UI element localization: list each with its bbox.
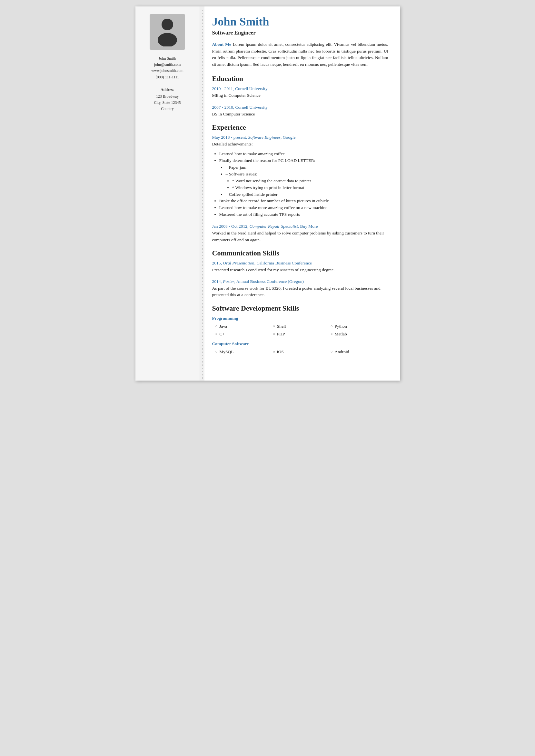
skills-category-software: Computer Software <box>212 341 388 347</box>
contact-name: John Smith <box>159 56 176 61</box>
comm-body-1: Presented research I conducted for my Ma… <box>212 267 388 273</box>
education-item-1: 2010 - 2011, Cornell University MEng in … <box>212 86 388 99</box>
contact-phone: (000) 111-1111 <box>156 75 179 79</box>
experience-item-1: May 2013 - present, Software Engineer, G… <box>212 135 388 218</box>
exp-intro-1: Detailed achievements: <box>212 141 388 147</box>
sub-sub-item: Windows trying to print in letter format <box>232 184 388 191</box>
about-me-label: About Me <box>212 42 231 47</box>
skill-mysql: MySQL <box>215 348 273 356</box>
edu-period-1: 2010 - 2011, Cornell University <box>212 86 388 91</box>
address-line1: 123 Broadway <box>156 94 179 99</box>
exp-header-2: Jan 2008 - Oct 2012, Computer Repair Spe… <box>212 224 388 229</box>
skills-grid-programming: Java Shell Python C++ PHP Matlab <box>215 322 388 338</box>
sub-sub-item: Word not sending the correct data to pri… <box>232 178 388 184</box>
avatar <box>150 14 185 50</box>
skill-ios: iOS <box>273 348 330 356</box>
sub-item: Coffee spilled inside printer <box>226 191 388 198</box>
skills-section: Software Development Skills Programming … <box>212 304 388 356</box>
skill-php: PHP <box>273 330 330 338</box>
bullet-item: Mastered the art of filing accurate TPS … <box>219 211 388 218</box>
comm-item-1: 2015, Oral Presentation, California Busi… <box>212 261 388 273</box>
sub-list: Paper jam Software issues: Word not send… <box>226 164 388 198</box>
comm-header-1: 2015, Oral Presentation, California Busi… <box>212 261 388 266</box>
main-content: John Smith Software Engineer About Me Lo… <box>205 7 400 380</box>
sub-item: Software issues: Word not sending the co… <box>226 171 388 191</box>
svg-point-0 <box>161 19 173 30</box>
skill-shell: Shell <box>273 322 330 330</box>
person-title: Software Engineer <box>212 30 388 36</box>
comm-header-2: 2014, Poster, Annual Business Conference… <box>212 279 388 284</box>
address-line3: Country <box>161 106 174 111</box>
exp-header-1: May 2013 - present, Software Engineer, G… <box>212 135 388 140</box>
address-label: Address <box>154 87 181 93</box>
exp-bullets-1: Learned how to make amazing coffee Final… <box>219 151 388 218</box>
sidebar: John Smith john@smith.com www.johnsmith.… <box>135 7 200 380</box>
person-icon <box>155 17 180 46</box>
about-me-text: Lorem ipsum dolor sit amet, consectetur … <box>212 42 388 67</box>
skill-cpp: C++ <box>215 330 273 338</box>
sub-sub-list: Word not sending the correct data to pri… <box>232 178 388 191</box>
dotted-line <box>202 10 203 380</box>
communication-section: Communication Skills 2015, Oral Presenta… <box>212 249 388 298</box>
education-section: Education 2010 - 2011, Cornell Universit… <box>212 74 388 117</box>
skills-programming: Programming Java Shell Python C++ PHP Ma… <box>212 316 388 338</box>
communication-title: Communication Skills <box>212 249 388 257</box>
edu-degree-2: BS in Computer Science <box>212 111 388 117</box>
contact-website: www.johnsmith.com <box>151 69 183 73</box>
skill-java: Java <box>215 322 273 330</box>
education-item-2: 2007 - 2010, Cornell University BS in Co… <box>212 105 388 117</box>
skills-grid-software: MySQL iOS Android <box>215 348 388 356</box>
bullet-item: Learned how to make more amazing coffee … <box>219 205 388 211</box>
comm-body-2: As part of the course work for BUS320, I… <box>212 285 388 298</box>
contact-email: john@smith.com <box>154 62 181 67</box>
divider <box>200 7 205 380</box>
experience-item-2: Jan 2008 - Oct 2012, Computer Repair Spe… <box>212 224 388 243</box>
comm-item-2: 2014, Poster, Annual Business Conference… <box>212 279 388 298</box>
skill-matlab: Matlab <box>330 330 388 338</box>
address-line2: City, State 12345 <box>154 100 181 105</box>
bullet-item: Learned how to make amazing coffee <box>219 151 388 157</box>
skill-python: Python <box>330 322 388 330</box>
contact-info: John Smith john@smith.com www.johnsmith.… <box>151 55 183 80</box>
edu-degree-1: MEng in Computer Science <box>212 92 388 99</box>
sub-item: Paper jam <box>226 164 388 171</box>
edu-period-2: 2007 - 2010, Cornell University <box>212 105 388 110</box>
address-block: Address 123 Broadway City, State 12345 C… <box>154 87 181 112</box>
skill-android: Android <box>330 348 388 356</box>
bullet-item: Finally determined the reason for PC LOA… <box>219 157 388 198</box>
about-me-section: About Me Lorem ipsum dolor sit amet, con… <box>212 41 388 69</box>
education-title: Education <box>212 74 388 83</box>
skills-title: Software Development Skills <box>212 304 388 313</box>
skills-category-programming: Programming <box>212 316 388 321</box>
person-name: John Smith <box>212 15 388 28</box>
experience-section: Experience May 2013 - present, Software … <box>212 123 388 243</box>
exp-body-2: Worked in the Nerd Herd and helped to so… <box>212 230 388 243</box>
svg-point-1 <box>158 33 177 46</box>
bullet-item: Broke the office record for number of ki… <box>219 198 388 205</box>
skills-software: Computer Software MySQL iOS Android <box>212 341 388 356</box>
resume-page: John Smith john@smith.com www.johnsmith.… <box>135 7 400 380</box>
experience-title: Experience <box>212 123 388 131</box>
